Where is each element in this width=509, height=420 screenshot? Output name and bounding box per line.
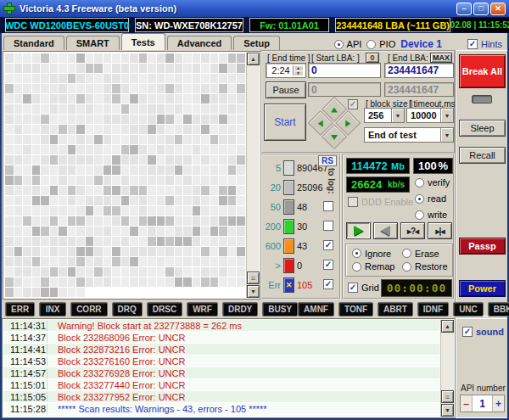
end-time-spinner[interactable]: 2:24	[266, 63, 306, 78]
power-button[interactable]: Power	[459, 280, 506, 297]
timeout-select[interactable]: 10000	[406, 108, 454, 123]
sound-checkbox[interactable]: sound	[462, 327, 504, 337]
scan-block-cell	[130, 104, 138, 114]
legend-count: 43	[297, 241, 307, 251]
reset-stats-button[interactable]: RS	[318, 155, 337, 166]
scan-block-cell	[112, 84, 120, 93]
scan-block-cell	[201, 94, 210, 104]
scan-block-cell	[139, 53, 148, 63]
passp-button[interactable]: Passp	[459, 238, 506, 255]
scroll-thumb[interactable]	[247, 272, 260, 284]
back-button[interactable]	[373, 222, 398, 239]
scan-block-cell	[68, 186, 76, 195]
pause-button[interactable]: Pause	[266, 81, 306, 98]
scroll-down-icon[interactable]	[441, 404, 454, 417]
scan-block-cell	[86, 267, 94, 277]
scan-block-cell	[59, 227, 67, 236]
app-cross-icon	[3, 3, 15, 14]
api-plus-button[interactable]: +	[492, 395, 504, 412]
scroll-down-icon[interactable]	[247, 285, 260, 298]
scan-block-cell	[130, 145, 138, 154]
tab-advanced[interactable]: Advanced	[167, 36, 232, 50]
chevron-down-icon[interactable]	[440, 128, 453, 142]
scan-block-cell	[103, 176, 112, 185]
grid-scrollbar[interactable]	[246, 53, 260, 298]
scan-block-cell	[23, 94, 31, 104]
progress-mb-value: 114472	[351, 160, 388, 172]
scan-block-cell	[68, 237, 76, 246]
hints-checkbox[interactable]: Hints	[467, 39, 502, 49]
skip-end-button[interactable]: ▸|◂	[428, 222, 452, 239]
start-button[interactable]: Start	[264, 104, 306, 141]
start-lba-input[interactable]: 0	[308, 63, 381, 78]
to-log-checkbox[interactable]	[323, 279, 333, 289]
spin-down-icon[interactable]	[294, 70, 303, 76]
end-of-test-select[interactable]: End of test	[364, 127, 454, 143]
to-log-checkbox[interactable]	[323, 240, 333, 250]
scan-block-cell	[219, 84, 227, 93]
restore-radio[interactable]: Restore	[402, 260, 452, 274]
tab-setup[interactable]: Setup	[233, 36, 280, 50]
scan-block-cell	[148, 277, 156, 287]
grid-checkbox[interactable]: Grid	[348, 283, 379, 293]
scan-block-cell	[112, 196, 120, 205]
maximize-button[interactable]: □	[473, 3, 489, 15]
block-size-select[interactable]: 256	[364, 108, 405, 123]
end-lba-max-button[interactable]: MAX	[430, 53, 452, 63]
log-timestamp: 11:15:28	[3, 404, 48, 414]
skip-find-button[interactable]: ▸?◂	[400, 222, 425, 239]
scan-block-cell	[59, 277, 67, 287]
to-log-checkbox[interactable]	[323, 201, 333, 211]
ignore-radio[interactable]: Ignore	[352, 247, 402, 260]
to-log-checkbox[interactable]	[323, 221, 333, 231]
scan-block-cell	[228, 227, 237, 236]
api-radio[interactable]: API	[334, 39, 362, 49]
log-scrollbar[interactable]	[440, 320, 454, 417]
scan-block-cell	[157, 277, 165, 287]
sleep-button[interactable]: Sleep	[459, 120, 506, 137]
start-lba-label: [ Start LBA: ]	[311, 53, 360, 63]
scan-block-cell	[165, 196, 174, 205]
scroll-up-icon[interactable]	[247, 53, 260, 65]
verify-radio[interactable]: verify	[415, 177, 450, 188]
scan-block-cell	[103, 206, 112, 216]
scan-block-cell	[5, 64, 14, 73]
scan-block-cell	[32, 74, 41, 83]
scan-block-cell	[112, 115, 120, 124]
minimize-button[interactable]: –	[456, 3, 472, 15]
legend-color-block	[283, 180, 294, 195]
tab-smart[interactable]: SMART	[66, 36, 120, 50]
play-button[interactable]	[346, 222, 371, 239]
end-lba-input[interactable]: 234441647	[384, 63, 454, 78]
chevron-down-icon[interactable]	[440, 109, 453, 122]
scan-block-cell	[23, 155, 31, 165]
tab-tests[interactable]: Tests	[121, 33, 165, 50]
scan-block-cell	[103, 247, 112, 256]
break-all-button[interactable]: Break All	[459, 54, 506, 88]
api-minus-button[interactable]: –	[461, 395, 473, 412]
spinner-buttons[interactable]	[293, 65, 303, 76]
scan-block-cell	[193, 237, 201, 246]
pio-radio[interactable]: PIO	[366, 39, 395, 49]
scan-block-cell	[68, 64, 76, 73]
recall-button[interactable]: Recall	[459, 147, 506, 164]
chevron-down-icon[interactable]	[391, 109, 404, 122]
erase-radio[interactable]: Erase	[402, 247, 452, 260]
scan-block-cell	[201, 165, 210, 175]
scan-block-cell	[228, 267, 237, 277]
scroll-thumb[interactable]	[441, 390, 454, 403]
scan-block-cell	[50, 64, 59, 73]
remap-radio[interactable]: Remap	[352, 260, 402, 274]
scan-block-cell	[5, 196, 14, 205]
close-button[interactable]: ✕	[490, 3, 506, 15]
log-row: 11:14:37Block 232868096 Error: UNCR	[3, 332, 439, 344]
tab-standard[interactable]: Standard	[3, 36, 64, 50]
to-log-checkbox[interactable]	[323, 260, 333, 270]
start-lba-zero-button[interactable]: 0	[366, 53, 379, 63]
write-radio[interactable]: write	[415, 210, 450, 220]
scroll-up-icon[interactable]	[441, 320, 454, 333]
scan-block-cell	[5, 125, 14, 134]
scan-block-cell	[112, 227, 120, 236]
read-radio[interactable]: read	[415, 193, 450, 204]
scan-block-cell	[237, 277, 245, 287]
